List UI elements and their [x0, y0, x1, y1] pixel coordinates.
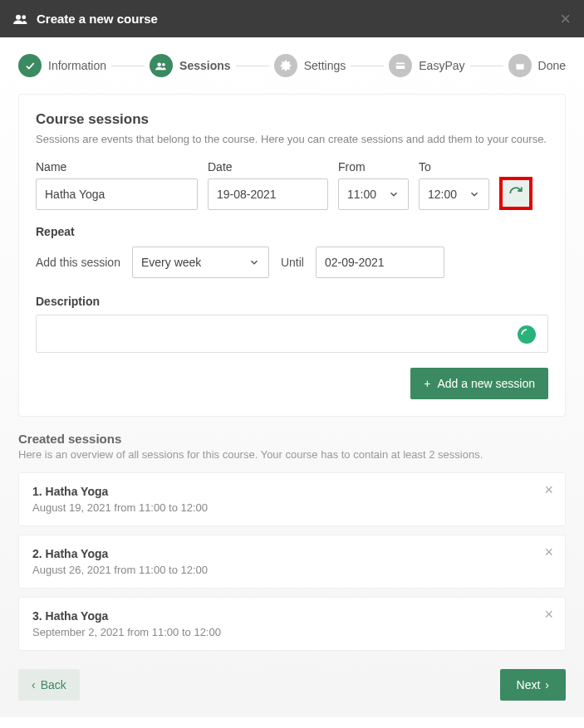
next-label: Next	[517, 678, 541, 691]
to-select[interactable]: 12:00	[419, 178, 489, 210]
name-field: Name	[36, 160, 198, 210]
refresh-button[interactable]	[507, 184, 525, 203]
frequency-select[interactable]: Every week	[132, 247, 269, 278]
created-subtitle: Here is an overview of all sessions for …	[18, 448, 566, 461]
step-connector	[470, 66, 503, 66]
step-done[interactable]: Done	[508, 54, 566, 77]
session-detail: August 26, 2021 from 11:00 to 12:00	[32, 564, 552, 576]
chevron-left-icon: ‹	[32, 678, 36, 691]
created-sessions-block: Created sessions Here is an overview of …	[18, 432, 566, 651]
svg-point-1	[22, 15, 26, 19]
until-input[interactable]	[316, 247, 444, 278]
step-settings[interactable]: Settings	[274, 54, 346, 77]
session-detail: August 19, 2021 from 11:00 to 12:00	[32, 501, 552, 514]
chevron-down-icon	[469, 188, 480, 200]
refresh-highlight	[499, 177, 532, 210]
from-label: From	[338, 160, 409, 173]
step-connector	[111, 66, 145, 66]
chevron-down-icon	[248, 257, 260, 268]
remove-session-icon[interactable]: ×	[544, 606, 553, 623]
created-title: Created sessions	[18, 432, 566, 446]
session-detail: September 2, 2021 from 11:00 to 12:00	[32, 626, 552, 638]
step-sessions[interactable]: Sessions	[150, 54, 230, 77]
step-label: Information	[48, 59, 106, 72]
people-icon	[13, 13, 28, 25]
step-label: EasyPay	[419, 59, 464, 72]
spinner-icon	[518, 325, 536, 344]
gear-icon	[274, 54, 297, 77]
step-information[interactable]: Information	[18, 54, 106, 77]
from-value: 11:00	[347, 188, 376, 201]
repeat-row: Add this session Every week Until	[36, 247, 548, 278]
from-field: From 11:00	[338, 160, 409, 210]
stepper: Information Sessions Settings EasyPay	[0, 37, 584, 94]
svg-point-3	[162, 62, 165, 66]
modal-header: Create a new course ×	[0, 0, 584, 37]
add-this-session-label: Add this session	[36, 256, 120, 269]
step-label: Sessions	[179, 59, 230, 72]
remove-session-icon[interactable]: ×	[544, 481, 553, 499]
next-button[interactable]: Next ›	[500, 669, 566, 701]
add-session-label: Add a new session	[437, 377, 535, 390]
footer-row: ‹ Back Next ›	[18, 669, 566, 701]
name-label: Name	[36, 160, 198, 173]
svg-rect-5	[396, 63, 405, 70]
header-left: Create a new course	[13, 12, 158, 26]
session-title: 3. Hatha Yoga	[32, 609, 552, 623]
modal-body: Information Sessions Settings EasyPay	[0, 37, 584, 717]
to-value: 12:00	[428, 188, 457, 201]
svg-point-0	[16, 14, 21, 19]
add-session-button[interactable]: + Add a new session	[410, 368, 548, 399]
close-icon[interactable]: ×	[560, 10, 571, 28]
from-select[interactable]: 11:00	[338, 178, 409, 210]
calendar-icon	[508, 54, 532, 77]
card-icon	[389, 54, 412, 77]
step-connector	[236, 66, 269, 66]
back-button[interactable]: ‹ Back	[18, 669, 80, 701]
svg-rect-8	[516, 62, 523, 64]
to-field: To 12:00	[419, 160, 489, 210]
session-inputs-row: Name Date From 11:00 To 12:00	[36, 160, 548, 210]
card-subtitle: Sessions are events that belong to the c…	[36, 133, 548, 145]
svg-point-2	[157, 62, 161, 66]
check-icon	[18, 54, 42, 77]
date-field: Date	[208, 160, 328, 210]
session-item: 2. Hatha Yoga August 26, 2021 from 11:00…	[18, 535, 566, 589]
remove-session-icon[interactable]: ×	[544, 544, 553, 561]
chevron-down-icon	[388, 188, 400, 200]
session-item: 1. Hatha Yoga August 19, 2021 from 11:00…	[18, 472, 566, 526]
people-icon	[150, 54, 173, 77]
plus-icon: +	[424, 377, 430, 390]
step-label: Done	[538, 59, 566, 72]
frequency-value: Every week	[141, 256, 201, 269]
back-label: Back	[41, 678, 66, 691]
session-item: 3. Hatha Yoga September 2, 2021 from 11:…	[18, 597, 566, 651]
name-input[interactable]	[36, 178, 198, 210]
step-connector	[351, 66, 384, 66]
until-label: Until	[281, 256, 304, 269]
date-label: Date	[208, 160, 328, 173]
repeat-label: Repeat	[36, 225, 548, 238]
session-title: 1. Hatha Yoga	[32, 485, 552, 498]
card-title: Course sessions	[36, 111, 548, 128]
date-input[interactable]	[208, 178, 328, 210]
step-label: Settings	[304, 59, 346, 72]
step-easypay[interactable]: EasyPay	[389, 54, 464, 77]
svg-rect-6	[396, 64, 405, 66]
session-title: 2. Hatha Yoga	[32, 547, 552, 560]
chevron-right-icon: ›	[545, 678, 549, 691]
modal-title: Create a new course	[37, 12, 158, 26]
description-textarea[interactable]	[36, 315, 548, 353]
to-label: To	[419, 160, 489, 173]
description-label: Description	[36, 295, 548, 308]
sessions-card: Course sessions Sessions are events that…	[18, 94, 566, 417]
